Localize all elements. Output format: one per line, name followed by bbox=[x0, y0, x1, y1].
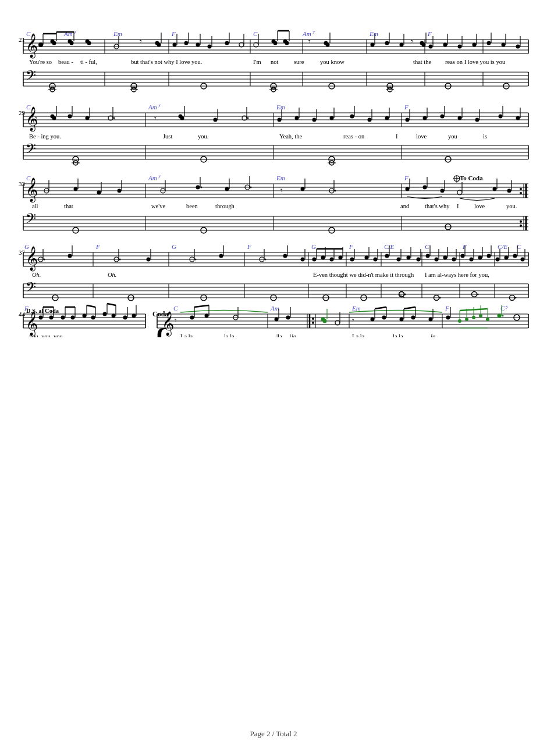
svg-point-42 bbox=[173, 43, 177, 47]
svg-point-27 bbox=[52, 41, 56, 45]
svg-text:F: F bbox=[445, 305, 449, 312]
svg-text:Be - ing  you.: Be - ing you. bbox=[29, 133, 61, 140]
svg-line-476 bbox=[107, 304, 116, 305]
svg-text:F: F bbox=[404, 174, 409, 181]
svg-point-194 bbox=[516, 116, 520, 120]
svg-point-348 bbox=[147, 258, 151, 262]
svg-text:𝄾: 𝄾 bbox=[411, 40, 413, 43]
svg-point-549 bbox=[323, 319, 327, 323]
svg-text:been: been bbox=[186, 203, 198, 209]
svg-text:I: I bbox=[457, 203, 459, 209]
svg-point-377 bbox=[385, 254, 389, 258]
svg-point-389 bbox=[443, 256, 447, 260]
svg-point-441 bbox=[439, 297, 441, 299]
svg-point-532 bbox=[190, 316, 194, 320]
row1-bass-staff: 𝄢 bbox=[23, 68, 528, 92]
svg-point-188 bbox=[458, 116, 462, 120]
svg-point-360 bbox=[301, 258, 305, 262]
row2-treble-staff: 29 𝄞 C Am⁷ Em F 𝄾 bbox=[19, 104, 528, 132]
svg-text:Em: Em bbox=[369, 30, 378, 37]
row2-lyrics: Be - ing you. Just you. Yeah, the reas -… bbox=[29, 133, 487, 140]
row5-treble-staff-left: 44 D.S. al Coda 𝄞 F bbox=[19, 304, 145, 337]
svg-text:C/E: C/E bbox=[498, 243, 507, 250]
svg-point-479 bbox=[132, 314, 136, 318]
svg-point-457 bbox=[39, 316, 43, 320]
svg-point-174 bbox=[330, 116, 334, 120]
svg-point-249 bbox=[74, 187, 78, 191]
svg-point-168 bbox=[278, 118, 282, 122]
svg-point-546 bbox=[312, 322, 314, 324]
svg-text:you: you bbox=[448, 133, 458, 140]
svg-point-152 bbox=[68, 115, 72, 119]
svg-point-266 bbox=[301, 187, 305, 191]
svg-text:F: F bbox=[24, 305, 29, 312]
svg-point-403 bbox=[505, 256, 509, 260]
svg-text:You're so: You're so bbox=[29, 59, 52, 65]
svg-point-393 bbox=[461, 254, 465, 258]
svg-point-184 bbox=[423, 116, 427, 120]
svg-text:Just: Just bbox=[163, 133, 172, 140]
music-container: 21 𝄞 C bbox=[17, 12, 530, 340]
svg-point-371 bbox=[350, 258, 354, 262]
page-number: Page 2 / Total 2 bbox=[250, 729, 297, 738]
svg-point-364 bbox=[321, 256, 325, 260]
svg-point-383 bbox=[417, 258, 421, 262]
svg-text:F: F bbox=[247, 243, 251, 250]
svg-point-273 bbox=[423, 186, 427, 190]
svg-point-397 bbox=[478, 256, 482, 260]
svg-text:G: G bbox=[172, 243, 176, 250]
sheet-music-page: 21 𝄞 C bbox=[0, 0, 547, 756]
svg-text:love: love bbox=[474, 203, 485, 209]
svg-point-170 bbox=[295, 116, 299, 120]
svg-point-186 bbox=[441, 115, 445, 119]
svg-point-281 bbox=[507, 189, 512, 193]
svg-text:|la: |la bbox=[276, 333, 282, 337]
svg-point-263 bbox=[250, 187, 252, 188]
svg-point-67 bbox=[371, 43, 375, 47]
svg-text:𝄞: 𝄞 bbox=[162, 311, 174, 337]
svg-point-545 bbox=[312, 318, 314, 320]
svg-point-464 bbox=[71, 316, 75, 320]
svg-point-75 bbox=[422, 43, 426, 47]
svg-text:C: C bbox=[425, 243, 429, 250]
svg-line-579 bbox=[460, 309, 488, 311]
svg-point-566 bbox=[446, 316, 450, 320]
svg-point-472 bbox=[103, 312, 107, 316]
svg-point-341 bbox=[44, 259, 45, 261]
svg-point-387 bbox=[435, 258, 439, 262]
svg-text:that's why: that's why bbox=[425, 203, 450, 209]
svg-point-190 bbox=[475, 118, 479, 122]
svg-point-279 bbox=[493, 187, 497, 191]
svg-point-445 bbox=[515, 297, 517, 299]
svg-text:F: F bbox=[95, 243, 100, 250]
svg-text:la.: la. bbox=[431, 333, 437, 337]
svg-text:F: F bbox=[427, 30, 432, 37]
svg-point-556 bbox=[382, 316, 386, 320]
svg-text:sure: sure bbox=[294, 59, 304, 65]
svg-text:Em: Em bbox=[113, 30, 122, 37]
svg-point-534 bbox=[205, 314, 209, 318]
svg-point-541 bbox=[286, 316, 290, 320]
svg-point-260 bbox=[225, 187, 229, 191]
svg-point-373 bbox=[365, 256, 369, 260]
svg-point-79 bbox=[443, 43, 447, 47]
svg-point-44 bbox=[184, 41, 189, 45]
svg-text:C: C bbox=[26, 30, 31, 37]
svg-text:To Coda: To Coda bbox=[460, 174, 483, 181]
svg-text:C: C bbox=[173, 305, 178, 312]
row1-lyrics: You're so beau - ti - ful, but that's no… bbox=[29, 59, 506, 65]
svg-point-564 bbox=[429, 318, 433, 322]
svg-text:but that's not why I love  you: but that's not why I love you. bbox=[131, 59, 202, 65]
row1-treble-staff: 21 𝄞 C bbox=[19, 30, 528, 59]
svg-text:I: I bbox=[396, 133, 398, 140]
svg-point-559 bbox=[400, 318, 404, 322]
row4-bass-staff: 𝄢 bbox=[23, 280, 528, 301]
svg-point-46 bbox=[196, 43, 200, 47]
svg-point-366 bbox=[330, 258, 334, 262]
svg-text:and: and bbox=[400, 203, 410, 209]
svg-text:Oh.: Oh. bbox=[32, 272, 41, 278]
svg-text:is: is bbox=[483, 133, 487, 140]
svg-point-391 bbox=[452, 258, 456, 262]
svg-point-379 bbox=[397, 258, 401, 262]
row5-lyrics-left: you, you, you. bbox=[29, 333, 64, 337]
